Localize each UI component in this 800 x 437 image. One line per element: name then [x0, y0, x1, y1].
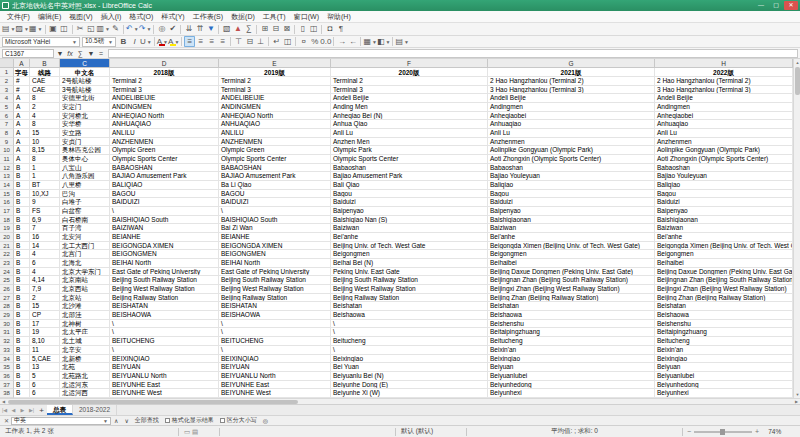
- menu-window[interactable]: 窗口(W): [290, 11, 323, 22]
- cell-E30[interactable]: \: [219, 320, 331, 329]
- cell-B8[interactable]: 15: [30, 129, 60, 138]
- cell-C19[interactable]: 百子湾: [60, 224, 110, 233]
- cell-C36[interactable]: 北苑路北: [60, 372, 110, 381]
- cell-C21[interactable]: 北工大西门: [60, 242, 110, 251]
- cell-A9[interactable]: A: [14, 138, 30, 147]
- cell-H33[interactable]: Beixin'an: [655, 346, 793, 355]
- cell-E17[interactable]: \: [219, 207, 331, 216]
- insert-row-button[interactable]: ⊞: [259, 24, 270, 35]
- function-wizard-button[interactable]: fx: [65, 50, 75, 57]
- cell-A14[interactable]: B: [14, 181, 30, 190]
- cut-button[interactable]: ✂: [75, 24, 86, 35]
- cell-A38[interactable]: B: [14, 389, 30, 398]
- cell-E8[interactable]: ANLILU: [219, 129, 331, 138]
- cell-H11[interactable]: Aoti Zhongxin (Olympic Sports Center): [655, 155, 793, 164]
- cell-F14[interactable]: Bali Qiao: [331, 181, 488, 190]
- cell-F16[interactable]: Baiduizi: [331, 198, 488, 207]
- cell-B23[interactable]: 6: [30, 259, 60, 268]
- cell-H15[interactable]: Bagou: [655, 190, 793, 199]
- cell-H14[interactable]: Baliqiao: [655, 181, 793, 190]
- menu-insert[interactable]: 插入(I): [97, 11, 126, 22]
- cell-F36[interactable]: Beiyuanlu Bei (N): [331, 372, 488, 381]
- find-replace-button[interactable]: ◎: [156, 24, 167, 35]
- menu-format[interactable]: 格式(O): [125, 11, 157, 22]
- center-vertically-button[interactable]: ⊟: [244, 36, 255, 47]
- vertical-scroll-thumb[interactable]: [795, 67, 800, 95]
- cell-D37[interactable]: BEIYUNHE East: [110, 381, 219, 390]
- cell-D4[interactable]: ANDELIBEIJIE: [110, 94, 219, 103]
- cell-F27[interactable]: Beijing Railway Station: [331, 294, 488, 303]
- cell-E9[interactable]: ANZHENMEN: [219, 138, 331, 147]
- cell-G33[interactable]: Beixin'an: [488, 346, 655, 355]
- menu-file[interactable]: 文件(F): [3, 11, 34, 22]
- autofilter-button[interactable]: ▼: [205, 24, 216, 35]
- cell-G26[interactable]: Beijingxi Zhan (Beijing West Railway Sta…: [488, 285, 655, 294]
- cell-B31[interactable]: 19: [30, 328, 60, 337]
- zoom-slider[interactable]: − +: [687, 428, 759, 435]
- cell-B18[interactable]: 6,9: [30, 216, 60, 225]
- cell-H3[interactable]: 3 Hao Hangzhanlou (Terminal 3): [655, 86, 793, 95]
- cell-F33[interactable]: \: [331, 346, 488, 355]
- cell-G2[interactable]: 2 Hao Hangzhanlou (Terminal 2): [488, 77, 655, 86]
- cell-A32[interactable]: B: [14, 337, 30, 346]
- cell-G12[interactable]: Babaoshan: [488, 164, 655, 173]
- cell-A19[interactable]: B: [14, 224, 30, 233]
- cell-F3[interactable]: Terminal 3: [331, 86, 488, 95]
- cell-H4[interactable]: Andeli Beijie: [655, 94, 793, 103]
- column-header-F[interactable]: F: [331, 59, 488, 68]
- column-header-E[interactable]: E: [219, 59, 331, 68]
- cell-A21[interactable]: B: [14, 242, 30, 251]
- cell-C13[interactable]: 八角游乐园: [60, 172, 110, 181]
- cell-F34[interactable]: Beixinqiao: [331, 355, 488, 364]
- cell-H20[interactable]: Bei'anhe: [655, 233, 793, 242]
- column-header-A[interactable]: A: [14, 59, 30, 68]
- decrease-indent-button[interactable]: ←: [347, 36, 358, 47]
- cell-D9[interactable]: ANZHENMEN: [110, 138, 219, 147]
- redo-button[interactable]: ↷▼: [139, 24, 152, 35]
- cell-G23[interactable]: Beihaibei: [488, 259, 655, 268]
- cell-C35[interactable]: 北苑: [60, 363, 110, 372]
- cell-G18[interactable]: Baishiqiaonan: [488, 216, 655, 225]
- zoom-out-icon[interactable]: −: [687, 428, 691, 435]
- cell-G13[interactable]: Bajiao Youleyuan: [488, 172, 655, 181]
- cell-F8[interactable]: Anli Lu: [331, 129, 488, 138]
- cell-A37[interactable]: B: [14, 381, 30, 390]
- cell-H16[interactable]: Baiduizi: [655, 198, 793, 207]
- cell-A28[interactable]: B: [14, 302, 30, 311]
- row-header-38[interactable]: 38: [0, 389, 14, 398]
- cell-F24[interactable]: Peking Univ. East Gate: [331, 268, 488, 277]
- cell-C26[interactable]: 北京西站: [60, 285, 110, 294]
- cell-E37[interactable]: BEIYUNHE East: [219, 381, 331, 390]
- row-header-11[interactable]: 11: [0, 155, 14, 164]
- sheet-tab-2[interactable]: 2018-2022: [73, 405, 117, 415]
- cell-C7[interactable]: 安华桥: [60, 120, 110, 129]
- row-header-9[interactable]: 9: [0, 138, 14, 147]
- cell-B9[interactable]: 10: [30, 138, 60, 147]
- cell-B27[interactable]: 2: [30, 294, 60, 303]
- last-sheet-icon[interactable]: ▶|: [27, 407, 36, 413]
- cell-C38[interactable]: 北运河西: [60, 389, 110, 398]
- cell-C29[interactable]: 北邵洼: [60, 311, 110, 320]
- cell-G16[interactable]: Baiduizi: [488, 198, 655, 207]
- bold-button[interactable]: B: [118, 36, 129, 47]
- cell-D15[interactable]: BAGOU: [110, 190, 219, 199]
- row-header-12[interactable]: 12: [0, 164, 14, 173]
- cell-D18[interactable]: BAISHIQIAO South: [110, 216, 219, 225]
- cell-A5[interactable]: A: [14, 103, 30, 112]
- row-header-7[interactable]: 7: [0, 120, 14, 129]
- increase-indent-button[interactable]: →: [336, 36, 347, 47]
- undo-button[interactable]: ↶▼: [126, 24, 139, 35]
- cell-A33[interactable]: B: [14, 346, 30, 355]
- cell-A15[interactable]: B: [14, 190, 30, 199]
- sum-dropdown-icon[interactable]: ▼: [86, 50, 96, 57]
- cell-H8[interactable]: Anli Lu: [655, 129, 793, 138]
- cell-E24[interactable]: East Gate of Peking University: [219, 268, 331, 277]
- cell-B1[interactable]: 线路: [30, 68, 60, 77]
- cell-G35[interactable]: Beiyuan: [488, 363, 655, 372]
- cell-H35[interactable]: Beiyuan: [655, 363, 793, 372]
- cell-B15[interactable]: 10,XJ: [30, 190, 60, 199]
- cell-G30[interactable]: Beishenshu: [488, 320, 655, 329]
- cell-G38[interactable]: Beiyunhexi: [488, 389, 655, 398]
- cell-D16[interactable]: BAIDUIZI: [110, 198, 219, 207]
- cell-A6[interactable]: A: [14, 112, 30, 121]
